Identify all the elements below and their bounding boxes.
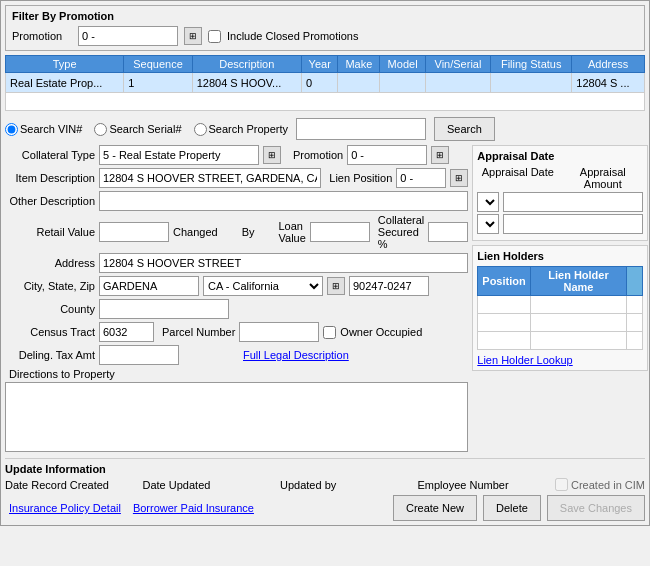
lien-col-position: Position [478,267,530,296]
col-filing: Filing Status [491,56,572,73]
table-row[interactable]: Real Estate Prop... 1 12804 S HOOV... 0 … [6,73,645,93]
created-in-cim-checkbox [555,478,568,491]
owner-occupied-checkbox[interactable] [323,326,336,339]
include-closed-label: Include Closed Promotions [227,30,358,42]
col-address: Address [572,56,645,73]
loan-value-input[interactable] [310,222,370,242]
cell-vin [425,73,490,93]
collateral-type-grid-btn[interactable]: ⊞ [263,146,281,164]
table-row-empty [6,93,645,111]
appraisal-amount-1[interactable] [503,192,643,212]
appraisal-date-select-1[interactable] [477,192,499,212]
promotion-inline-grid-btn[interactable]: ⊞ [431,146,449,164]
changed-label: Changed [173,226,218,238]
parcel-number-label: Parcel Number [162,326,235,338]
bottom-buttons: Create New Delete Save Changes [393,495,645,521]
cell-filing [491,73,572,93]
search-property-radio[interactable] [194,123,207,136]
collateral-secured-input[interactable] [428,222,468,242]
address-input[interactable] [99,253,468,273]
retail-value-input[interactable] [99,222,169,242]
updated-by-cell: Updated by [280,479,402,491]
lien-holders-section: Lien Holders Position Lien Holder Name [472,245,648,371]
search-radio-group: Search VIN# Search Serial# Search Proper… [5,123,288,136]
owner-occupied-label: Owner Occupied [340,326,422,338]
address-label: Address [5,257,95,269]
county-input[interactable] [99,299,229,319]
created-in-cim-cell: Created in CIM [555,478,645,491]
directions-textarea[interactable] [5,382,468,452]
filter-promotion-label: Promotion [12,30,72,42]
create-new-button[interactable]: Create New [393,495,477,521]
lien-row-3[interactable] [478,332,643,350]
lien-row-1[interactable] [478,296,643,314]
cell-make [338,73,380,93]
update-info-title: Update Information [5,463,645,475]
cell-address: 12804 S ... [572,73,645,93]
include-closed-checkbox[interactable] [208,30,221,43]
lien-row-2[interactable] [478,314,643,332]
state-grid-btn[interactable]: ⊞ [327,277,345,295]
filter-title: Filter By Promotion [12,10,638,22]
by-label: By [242,226,255,238]
zip-input[interactable] [349,276,429,296]
state-select[interactable]: CA - California [203,276,323,296]
census-tract-label: Census Tract [5,326,95,338]
col-description: Description [192,56,301,73]
updated-by-label: Updated by [280,479,336,491]
search-input[interactable] [296,118,426,140]
date-updated-cell: Date Updated [143,479,265,491]
lien-position-2 [478,314,530,332]
collateral-type-input[interactable] [99,145,259,165]
insurance-policy-link[interactable]: Insurance Policy Detail [9,502,121,514]
date-updated-label: Date Updated [143,479,211,491]
filter-grid-btn[interactable]: ⊞ [184,27,202,45]
lien-col-name: Lien Holder Name [530,267,627,296]
full-legal-link[interactable]: Full Legal Description [243,349,349,361]
created-in-cim-label: Created in CIM [571,479,645,491]
appraisal-date-select-2[interactable] [477,214,499,234]
cell-model [380,73,426,93]
date-created-label: Date Record Created [5,479,109,491]
item-description-input[interactable] [99,168,321,188]
bottom-links: Insurance Policy Detail Borrower Paid In… [9,502,254,514]
search-property-radio-label[interactable]: Search Property [194,123,288,136]
lien-position-input[interactable] [396,168,446,188]
appraisal-section: Appraisal Date Appraisal Date Appraisal … [472,145,648,241]
lien-holder-lookup-link[interactable]: Lien Holder Lookup [477,354,572,366]
census-tract-input[interactable] [99,322,154,342]
county-label: County [5,303,95,315]
date-created-cell: Date Record Created [5,479,127,491]
col-make: Make [338,56,380,73]
delete-button[interactable]: Delete [483,495,541,521]
borrower-paid-link[interactable]: Borrower Paid Insurance [133,502,254,514]
delinq-tax-input[interactable] [99,345,179,365]
appraisal-date-col: Appraisal Date [477,166,558,190]
lien-table: Position Lien Holder Name [477,266,643,350]
lien-name-1 [530,296,627,314]
lien-extra-3 [627,332,643,350]
save-changes-button[interactable]: Save Changes [547,495,645,521]
lien-position-1 [478,296,530,314]
collateral-type-label: Collateral Type [5,149,95,161]
promotion-inline-input[interactable] [347,145,427,165]
lien-extra-1 [627,296,643,314]
other-description-input[interactable] [99,191,468,211]
appraisal-amount-2[interactable] [503,214,643,234]
employee-number-cell: Employee Number [418,479,540,491]
cell-type: Real Estate Prop... [6,73,124,93]
other-description-label: Other Description [5,195,95,207]
lien-position-grid-btn[interactable]: ⊞ [450,169,468,187]
city-state-zip-label: City, State, Zip [5,280,95,292]
search-serial-radio[interactable] [94,123,107,136]
filter-promotion-input[interactable] [78,26,178,46]
search-vin-radio[interactable] [5,123,18,136]
lien-extra-2 [627,314,643,332]
col-type: Type [6,56,124,73]
city-input[interactable] [99,276,199,296]
parcel-number-input[interactable] [239,322,319,342]
search-serial-radio-label[interactable]: Search Serial# [94,123,181,136]
search-button[interactable]: Search [434,117,495,141]
delinq-tax-label: Deling. Tax Amt [5,349,95,361]
search-vin-radio-label[interactable]: Search VIN# [5,123,82,136]
